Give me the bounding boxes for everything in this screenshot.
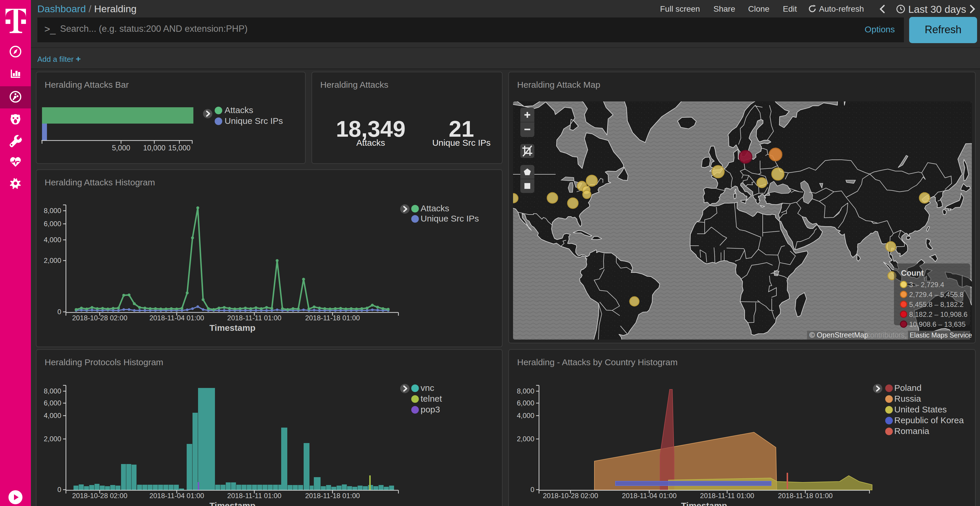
svg-text:0: 0 <box>57 308 61 316</box>
svg-text:2018-11-04 01:00: 2018-11-04 01:00 <box>622 492 677 500</box>
svg-text:2018-10-28 02:00: 2018-10-28 02:00 <box>72 314 127 322</box>
svg-text:Timestamp: Timestamp <box>209 323 256 333</box>
svg-text:6,000: 6,000 <box>44 399 61 407</box>
svg-text:6,000: 6,000 <box>517 399 535 407</box>
svg-text:2,729.4 – 5,455.8: 2,729.4 – 5,455.8 <box>909 290 964 298</box>
svg-text:0: 0 <box>531 485 535 493</box>
svg-text:2018-11-04 01:00: 2018-11-04 01:00 <box>150 492 204 500</box>
svg-text:2018-11-11 01:00: 2018-11-11 01:00 <box>700 492 754 500</box>
svg-text:10,000: 10,000 <box>143 144 165 152</box>
svg-text:Elastic Maps Service: Elastic Maps Service <box>910 332 972 339</box>
svg-text:4,000: 4,000 <box>44 412 61 419</box>
svg-text:contributors,: contributors, <box>867 331 907 339</box>
svg-text:3 – 2,729.4: 3 – 2,729.4 <box>909 281 944 289</box>
svg-text:2018-10-28 02:00: 2018-10-28 02:00 <box>543 492 598 500</box>
svg-text:4,000: 4,000 <box>44 236 61 244</box>
svg-text:Count: Count <box>901 269 924 278</box>
svg-text:8,000: 8,000 <box>44 207 61 214</box>
svg-text:5,000: 5,000 <box>112 144 130 152</box>
svg-text:2018-11-18 01:00: 2018-11-18 01:00 <box>305 492 360 500</box>
svg-text:8,000: 8,000 <box>517 387 535 395</box>
svg-text:2018-11-11 01:00: 2018-11-11 01:00 <box>227 314 282 322</box>
svg-text:2018-11-11 01:00: 2018-11-11 01:00 <box>227 492 282 500</box>
svg-text:10,908.6 – 13,635: 10,908.6 – 13,635 <box>909 320 966 328</box>
svg-text:15,000: 15,000 <box>168 144 191 152</box>
svg-text:Timestamp: Timestamp <box>209 501 256 506</box>
svg-text:2018-11-18 01:00: 2018-11-18 01:00 <box>305 314 360 322</box>
svg-text:6,000: 6,000 <box>44 220 61 228</box>
svg-text:2,000: 2,000 <box>44 435 61 443</box>
svg-text:0: 0 <box>57 485 61 493</box>
svg-text:Timestamp: Timestamp <box>681 501 727 506</box>
svg-text:2018-11-04 01:00: 2018-11-04 01:00 <box>150 314 204 322</box>
svg-text:4,000: 4,000 <box>517 412 535 419</box>
svg-text:2,000: 2,000 <box>44 257 61 264</box>
svg-text:8,182.2 – 10,908.6: 8,182.2 – 10,908.6 <box>909 311 967 318</box>
svg-text:© OpenStreetMap: © OpenStreetMap <box>810 331 868 339</box>
svg-text:2018-10-28 02:00: 2018-10-28 02:00 <box>72 492 127 500</box>
svg-text:8,000: 8,000 <box>44 387 61 395</box>
svg-text:2018-11-18 01:00: 2018-11-18 01:00 <box>778 492 833 500</box>
svg-text:5,455.8 – 8,182.2: 5,455.8 – 8,182.2 <box>909 300 964 308</box>
svg-text:2,000: 2,000 <box>517 435 535 443</box>
